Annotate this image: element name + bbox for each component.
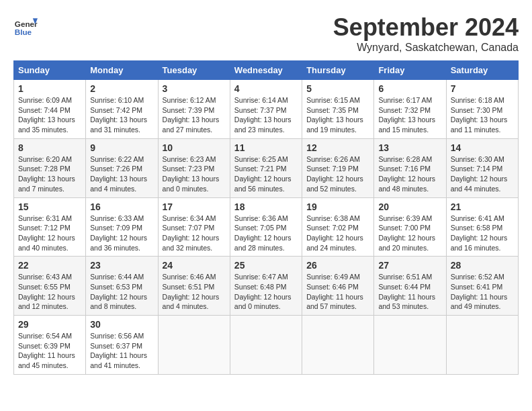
day-number: 7	[451, 83, 514, 94]
calendar-cell: 24 Sunrise: 6:46 AMSunset: 6:51 PMDaylig…	[158, 257, 230, 316]
day-info: Sunrise: 6:14 AMSunset: 7:37 PMDaylight:…	[234, 95, 298, 135]
calendar-week-3: 15 Sunrise: 6:31 AMSunset: 7:12 PMDaylig…	[14, 197, 519, 257]
day-info: Sunrise: 6:38 AMSunset: 7:02 PMDaylight:…	[306, 214, 369, 253]
day-number: 1	[18, 83, 81, 94]
col-friday: Friday	[374, 61, 446, 80]
calendar-cell: 12 Sunrise: 6:26 AMSunset: 7:19 PMDaylig…	[302, 138, 374, 197]
day-info: Sunrise: 6:22 AMSunset: 7:26 PMDaylight:…	[90, 154, 153, 194]
day-number: 5	[306, 83, 369, 94]
calendar-cell: 17 Sunrise: 6:34 AMSunset: 7:07 PMDaylig…	[158, 197, 230, 257]
day-number: 18	[234, 201, 298, 212]
calendar-cell: 28 Sunrise: 6:52 AMSunset: 6:41 PMDaylig…	[446, 257, 518, 316]
calendar-week-2: 8 Sunrise: 6:20 AMSunset: 7:28 PMDayligh…	[14, 138, 519, 197]
col-tuesday: Tuesday	[158, 61, 230, 80]
day-number: 3	[163, 83, 226, 94]
day-number: 21	[451, 201, 514, 212]
calendar-cell: 8 Sunrise: 6:20 AMSunset: 7:28 PMDayligh…	[14, 138, 86, 197]
calendar-cell: 10 Sunrise: 6:23 AMSunset: 7:23 PMDaylig…	[158, 138, 230, 197]
day-number: 28	[451, 260, 514, 271]
day-info: Sunrise: 6:51 AMSunset: 6:44 PMDaylight:…	[378, 272, 441, 312]
calendar-week-5: 29 Sunrise: 6:54 AMSunset: 6:39 PMDaylig…	[14, 316, 519, 375]
day-info: Sunrise: 6:36 AMSunset: 7:05 PMDaylight:…	[234, 214, 298, 253]
day-info: Sunrise: 6:25 AMSunset: 7:21 PMDaylight:…	[234, 154, 298, 194]
calendar-cell: 23 Sunrise: 6:44 AMSunset: 6:53 PMDaylig…	[86, 257, 158, 316]
day-number: 23	[90, 260, 153, 271]
title-block: September 2024 Wynyard, Saskatchewan, Ca…	[333, 13, 519, 54]
day-info: Sunrise: 6:43 AMSunset: 6:55 PMDaylight:…	[18, 272, 81, 312]
day-info: Sunrise: 6:18 AMSunset: 7:30 PMDaylight:…	[451, 95, 514, 135]
day-info: Sunrise: 6:31 AMSunset: 7:12 PMDaylight:…	[18, 214, 81, 253]
col-wednesday: Wednesday	[230, 61, 302, 80]
page-subtitle: Wynyard, Saskatchewan, Canada	[333, 42, 519, 54]
day-info: Sunrise: 6:17 AMSunset: 7:32 PMDaylight:…	[378, 95, 441, 135]
day-number: 12	[306, 142, 369, 153]
day-number: 16	[90, 201, 153, 212]
day-number: 19	[306, 201, 369, 212]
calendar-cell: 9 Sunrise: 6:22 AMSunset: 7:26 PMDayligh…	[86, 138, 158, 197]
col-monday: Monday	[86, 61, 158, 80]
day-number: 20	[378, 201, 441, 212]
calendar-cell: 30 Sunrise: 6:56 AMSunset: 6:37 PMDaylig…	[86, 316, 158, 375]
calendar-cell	[158, 316, 230, 375]
calendar-cell: 1 Sunrise: 6:09 AMSunset: 7:44 PMDayligh…	[14, 80, 86, 139]
calendar-cell: 20 Sunrise: 6:39 AMSunset: 7:00 PMDaylig…	[374, 197, 446, 257]
day-info: Sunrise: 6:54 AMSunset: 6:39 PMDaylight:…	[18, 331, 81, 371]
calendar-cell: 16 Sunrise: 6:33 AMSunset: 7:09 PMDaylig…	[86, 197, 158, 257]
calendar-cell: 22 Sunrise: 6:43 AMSunset: 6:55 PMDaylig…	[14, 257, 86, 316]
calendar-cell: 26 Sunrise: 6:49 AMSunset: 6:46 PMDaylig…	[302, 257, 374, 316]
calendar-cell	[446, 316, 518, 375]
day-info: Sunrise: 6:30 AMSunset: 7:14 PMDaylight:…	[451, 154, 514, 194]
day-info: Sunrise: 6:39 AMSunset: 7:00 PMDaylight:…	[378, 214, 441, 253]
day-info: Sunrise: 6:49 AMSunset: 6:46 PMDaylight:…	[306, 272, 369, 312]
col-thursday: Thursday	[302, 61, 374, 80]
calendar-cell: 18 Sunrise: 6:36 AMSunset: 7:05 PMDaylig…	[230, 197, 302, 257]
day-number: 22	[18, 260, 81, 271]
day-info: Sunrise: 6:15 AMSunset: 7:35 PMDaylight:…	[306, 95, 369, 135]
day-info: Sunrise: 6:34 AMSunset: 7:07 PMDaylight:…	[163, 214, 226, 253]
day-number: 26	[306, 260, 369, 271]
calendar-cell: 29 Sunrise: 6:54 AMSunset: 6:39 PMDaylig…	[14, 316, 86, 375]
logo-icon: General Blue	[13, 13, 38, 38]
day-info: Sunrise: 6:47 AMSunset: 6:48 PMDaylight:…	[234, 272, 298, 312]
day-number: 30	[90, 319, 153, 330]
calendar-cell: 21 Sunrise: 6:41 AMSunset: 6:58 PMDaylig…	[446, 197, 518, 257]
day-number: 10	[163, 142, 226, 153]
calendar-cell: 2 Sunrise: 6:10 AMSunset: 7:42 PMDayligh…	[86, 80, 158, 139]
calendar-cell: 15 Sunrise: 6:31 AMSunset: 7:12 PMDaylig…	[14, 197, 86, 257]
day-number: 2	[90, 83, 153, 94]
calendar-cell: 6 Sunrise: 6:17 AMSunset: 7:32 PMDayligh…	[374, 80, 446, 139]
calendar-week-4: 22 Sunrise: 6:43 AMSunset: 6:55 PMDaylig…	[14, 257, 519, 316]
col-sunday: Sunday	[14, 61, 86, 80]
page-header: General Blue September 2024 Wynyard, Sas…	[13, 13, 519, 54]
day-info: Sunrise: 6:23 AMSunset: 7:23 PMDaylight:…	[163, 154, 226, 194]
day-info: Sunrise: 6:56 AMSunset: 6:37 PMDaylight:…	[90, 331, 153, 371]
col-saturday: Saturday	[446, 61, 518, 80]
calendar-cell	[230, 316, 302, 375]
page-title: September 2024	[333, 13, 519, 42]
day-info: Sunrise: 6:20 AMSunset: 7:28 PMDaylight:…	[18, 154, 81, 194]
calendar-cell	[374, 316, 446, 375]
day-number: 6	[378, 83, 441, 94]
calendar-cell: 25 Sunrise: 6:47 AMSunset: 6:48 PMDaylig…	[230, 257, 302, 316]
day-info: Sunrise: 6:33 AMSunset: 7:09 PMDaylight:…	[90, 214, 153, 253]
day-number: 8	[18, 142, 81, 153]
day-number: 29	[18, 319, 81, 330]
day-number: 11	[234, 142, 298, 153]
day-info: Sunrise: 6:09 AMSunset: 7:44 PMDaylight:…	[18, 95, 81, 135]
calendar-cell: 13 Sunrise: 6:28 AMSunset: 7:16 PMDaylig…	[374, 138, 446, 197]
day-info: Sunrise: 6:41 AMSunset: 6:58 PMDaylight:…	[451, 214, 514, 253]
day-number: 17	[163, 201, 226, 212]
day-info: Sunrise: 6:26 AMSunset: 7:19 PMDaylight:…	[306, 154, 369, 194]
day-number: 27	[378, 260, 441, 271]
svg-text:Blue: Blue	[15, 28, 32, 36]
calendar-table: Sunday Monday Tuesday Wednesday Thursday…	[13, 60, 519, 375]
calendar-cell: 3 Sunrise: 6:12 AMSunset: 7:39 PMDayligh…	[158, 80, 230, 139]
day-info: Sunrise: 6:46 AMSunset: 6:51 PMDaylight:…	[163, 272, 226, 312]
day-number: 14	[451, 142, 514, 153]
day-info: Sunrise: 6:52 AMSunset: 6:41 PMDaylight:…	[451, 272, 514, 312]
header-row: Sunday Monday Tuesday Wednesday Thursday…	[14, 61, 519, 80]
calendar-cell: 7 Sunrise: 6:18 AMSunset: 7:30 PMDayligh…	[446, 80, 518, 139]
calendar-week-1: 1 Sunrise: 6:09 AMSunset: 7:44 PMDayligh…	[14, 80, 519, 139]
calendar-cell: 11 Sunrise: 6:25 AMSunset: 7:21 PMDaylig…	[230, 138, 302, 197]
day-number: 15	[18, 201, 81, 212]
